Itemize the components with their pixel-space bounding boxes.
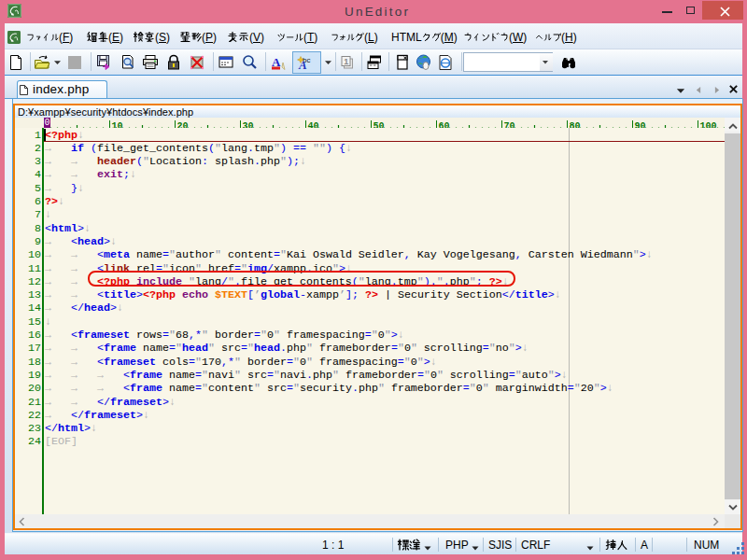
svg-text:1: 1 bbox=[344, 57, 348, 66]
svg-text:A: A bbox=[272, 55, 281, 69]
svg-text:A: A bbox=[298, 58, 307, 71]
